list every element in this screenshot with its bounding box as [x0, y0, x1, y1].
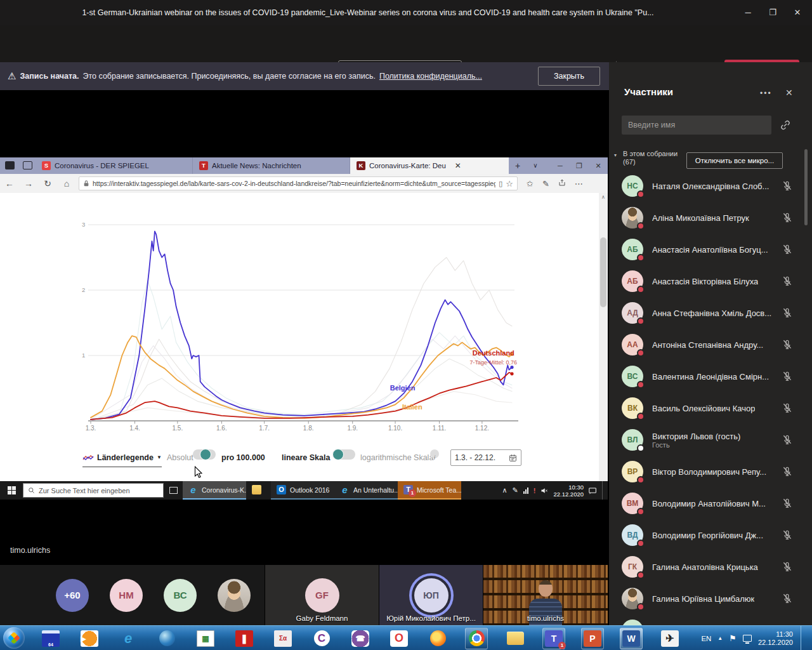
mic-muted-icon[interactable]: [782, 434, 793, 446]
participant-row-Галина Юріївна Цимбалюк[interactable]: Галина Юріївна Цимбалюк: [609, 583, 812, 614]
participant-row-Аліна Миколаївна Петрук[interactable]: Аліна Миколаївна Петрук: [609, 202, 812, 234]
tab-preview-icon[interactable]: [23, 161, 32, 169]
taskbar-icon-file-explorer[interactable]: [504, 628, 527, 649]
participant-row-Наталя Олександрівна Слоб...[interactable]: НС Наталя Олександрівна Слоб...: [609, 170, 812, 202]
show-desktop-button[interactable]: [602, 481, 605, 500]
page-share-icon[interactable]: [558, 179, 566, 189]
mic-muted-icon[interactable]: [782, 244, 793, 255]
strip-avatar-participant-nm[interactable]: НМ: [110, 579, 143, 612]
country-legend-button[interactable]: Länderlegende ▼: [82, 449, 162, 467]
scrollbar-thumb[interactable]: [600, 237, 606, 307]
new-tab-button[interactable]: +: [509, 157, 527, 174]
participant-row-Анна Стефанівна Хміль Досв...[interactable]: АД Анна Стефанівна Хміль Досв...: [609, 297, 812, 329]
taskbar-icon-flight-app[interactable]: ✈: [658, 628, 681, 649]
participant-row-Анастасія Вікторівна Білуха[interactable]: АБ Анастасія Вікторівна Білуха: [609, 265, 812, 297]
log-scale-label[interactable]: logarithmische Skala: [360, 449, 433, 466]
taskbar-icon-opera[interactable]: O: [388, 628, 410, 649]
network-signal-icon[interactable]: [523, 488, 528, 494]
taskbar-icon-viber[interactable]: ☎: [349, 628, 372, 649]
show-desktop-button[interactable]: [801, 626, 806, 650]
tray-chevron-icon[interactable]: ∧: [502, 486, 508, 494]
mic-muted-icon[interactable]: [782, 212, 793, 223]
participant-row-Василь Олексійович Качор[interactable]: ВК Василь Олексійович Качор: [609, 392, 812, 424]
participant-search-input[interactable]: Введите имя: [622, 116, 771, 135]
address-bar[interactable]: https://interaktiv.tagesspiegel.de/lab/k…: [79, 176, 518, 190]
taskbar-icon-chrome[interactable]: [465, 628, 488, 649]
panel-scrollbar-thumb[interactable]: [804, 149, 808, 225]
mic-muted-icon[interactable]: [782, 593, 793, 604]
privacy-policy-link[interactable]: Политика конфиденциаль...: [379, 72, 482, 81]
back-icon[interactable]: ←: [0, 178, 19, 189]
shared-start-button[interactable]: [0, 481, 23, 500]
alert-icon[interactable]: !: [534, 487, 536, 494]
tab-close-icon[interactable]: ✕: [455, 161, 461, 170]
strip-avatar-participant-vs[interactable]: ВС: [164, 579, 197, 612]
home-icon[interactable]: ⌂: [57, 178, 76, 189]
forward-icon[interactable]: →: [19, 178, 38, 189]
info-icon[interactable]: i: [430, 449, 439, 458]
participant-row-Володимир Анатолійович М...[interactable]: ВМ Володимир Анатолійович М...: [609, 488, 812, 519]
browser-minimize-button[interactable]: ─: [551, 157, 570, 174]
mic-muted-icon[interactable]: [782, 561, 793, 573]
taskbar-icon-torrent[interactable]: C: [310, 628, 333, 649]
strip-avatar-overflow-count[interactable]: +60: [56, 579, 89, 612]
mic-muted-icon[interactable]: [782, 498, 793, 509]
participant-row-Валентина Леонідівна Смірн...[interactable]: ВС Валентина Леонідівна Смірн...: [609, 361, 812, 392]
video-tile-Юрій Миколайович Петр...[interactable]: ЮП Юрій Миколайович Петр...: [379, 565, 483, 625]
action-center-icon[interactable]: [589, 487, 597, 494]
participant-row-Анастасія Анатоліївна Богуц...[interactable]: АБ Анастасія Анатоліївна Богуц...: [609, 234, 812, 265]
browser-tab[interactable]: S Coronavirus - DER SPIEGEL: [36, 157, 193, 174]
taskbar-icon-ms-teams[interactable]: T1: [542, 628, 565, 649]
strip-avatar-participant-photo[interactable]: [218, 579, 251, 612]
date-range-field[interactable]: 1.3. - 22.12.: [450, 449, 521, 466]
browser-maximize-button[interactable]: ❐: [570, 157, 589, 174]
panel-more-icon[interactable]: •••: [760, 89, 772, 98]
tab-list-caret[interactable]: ∨: [527, 157, 544, 174]
video-tile-timo.ulrichs[interactable]: timo.ulrichs: [483, 565, 608, 625]
section-chevron-icon[interactable]: ▾: [614, 152, 617, 158]
scale-toggle[interactable]: [332, 449, 355, 460]
browser-tab[interactable]: T Aktuelle News: Nachrichten: [193, 157, 350, 174]
reading-view-icon[interactable]: ▯: [499, 180, 502, 188]
shared-taskbar-app[interactable]: O Outlook 2016: [271, 481, 334, 500]
mic-muted-icon[interactable]: [782, 339, 793, 350]
start-orb[interactable]: [3, 627, 25, 649]
taskbar-icon-spss[interactable]: Σα: [272, 628, 294, 649]
browser-close-button[interactable]: ✕: [589, 157, 608, 174]
absolut-label[interactable]: Absolut: [167, 449, 193, 466]
mic-muted-icon[interactable]: [782, 466, 793, 477]
maximize-button[interactable]: ❐: [761, 0, 785, 25]
banner-close-button[interactable]: Закрыть: [538, 67, 600, 86]
browser-more-icon[interactable]: ⋯: [575, 179, 583, 189]
mute-all-button[interactable]: Отключить все микро...: [686, 152, 783, 169]
participant-row-Віктор Володимирович Репу...[interactable]: ВР Віктор Володимирович Репу...: [609, 456, 812, 488]
mic-muted-icon[interactable]: [782, 371, 793, 382]
linear-scale-label[interactable]: lineare Skala: [282, 449, 330, 466]
network-icon[interactable]: [743, 635, 752, 642]
shared-taskbar-app[interactable]: T1 Microsoft Tea...: [398, 481, 461, 500]
refresh-icon[interactable]: ↻: [38, 178, 57, 189]
close-button[interactable]: ✕: [785, 0, 809, 25]
action-flag-icon[interactable]: ⚑: [729, 633, 737, 643]
panel-close-icon[interactable]: ✕: [785, 88, 793, 98]
per-100k-label[interactable]: pro 100.000: [221, 449, 265, 466]
participant-row-Антоніна Степанівна Андру...[interactable]: АА Антоніна Степанівна Андру...: [609, 329, 812, 361]
favorite-star-icon[interactable]: ☆: [506, 179, 513, 189]
set-aside-tabs-icon[interactable]: [5, 161, 15, 169]
minimize-button[interactable]: ─: [736, 0, 760, 25]
host-clock[interactable]: 11:30 22.12.2020: [758, 630, 793, 647]
shared-taskbar-app[interactable]: e An Unterhaltu...: [334, 481, 398, 500]
web-note-icon[interactable]: ✎: [542, 179, 549, 189]
scroll-up-icon[interactable]: ∧: [599, 194, 608, 200]
copy-link-icon[interactable]: [779, 119, 792, 131]
video-tile-Gaby Feldmann[interactable]: GF Gaby Feldmann: [265, 565, 379, 625]
taskbar-icon-web-globe[interactable]: [155, 628, 178, 649]
taskbar-icon-internet-explorer[interactable]: e: [117, 628, 140, 649]
taskbar-icon-powerpoint[interactable]: P: [581, 628, 604, 649]
participant-row[interactable]: [609, 614, 812, 625]
tray-expand-icon[interactable]: ▲: [717, 635, 723, 641]
taskbar-icon-document-app[interactable]: [194, 628, 217, 649]
participant-row-Галина Анатолівна Крицька[interactable]: ГК Галина Анатолівна Крицька: [609, 551, 812, 583]
taskbar-icon-floppy-tool[interactable]: 64: [39, 628, 62, 649]
participant-row-Виктория Львов (гость)[interactable]: ВЛ Виктория Львов (гость) Гость: [609, 424, 812, 456]
